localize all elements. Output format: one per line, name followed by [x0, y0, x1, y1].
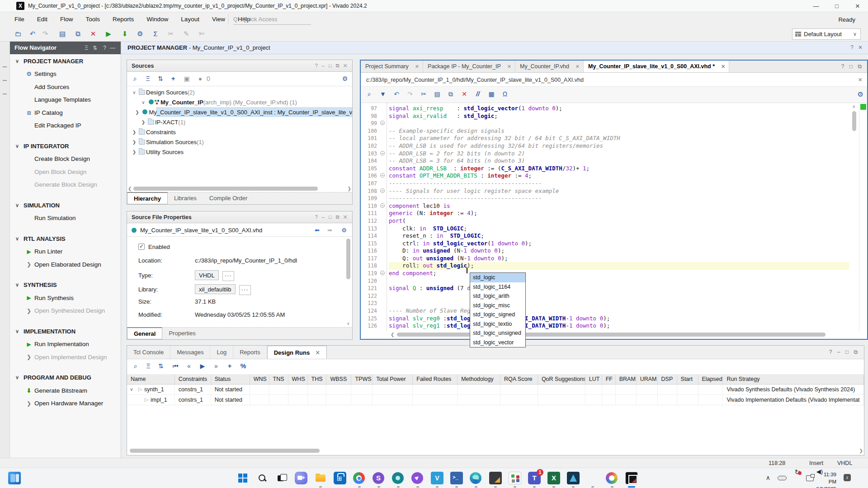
- minimize-button[interactable]: —: [806, 0, 826, 12]
- code-line[interactable]: 109-------------------------------------…: [361, 195, 849, 202]
- cut-icon[interactable]: ✂: [419, 90, 429, 98]
- flownav-item-generate-bitstream[interactable]: ⬇Generate Bitstream: [10, 384, 121, 397]
- scroll-left-icon[interactable]: ❮: [128, 186, 132, 191]
- code-line[interactable]: 103−-- ADDR_LSB = 2 for 32 bits (n downt…: [361, 150, 849, 158]
- taskbar-clock[interactable]: 11:39 PM3/9/2025: [816, 471, 836, 488]
- flownav-item-run-simulation[interactable]: Run Simulation: [10, 212, 121, 225]
- bottom-tab-messages[interactable]: Messages: [170, 346, 210, 359]
- editor-vscrollbar[interactable]: ∧: [851, 104, 858, 330]
- completion-item[interactable]: std_logic_misc: [470, 301, 525, 310]
- code-line[interactable]: 106−constant OPT_MEM_ADDR_BITS : integer…: [361, 172, 849, 180]
- fold-marker-icon[interactable]: −: [380, 271, 385, 275]
- taskbar-block-design-icon[interactable]: [509, 472, 521, 484]
- code-line[interactable]: 115 ctrl: in std_logic_vector(1 downto 0…: [361, 240, 849, 248]
- property-input[interactable]: VHDL: [195, 270, 219, 280]
- redo-icon[interactable]: ↷: [405, 90, 415, 98]
- editor-settings-gear-icon[interactable]: ⚙: [858, 90, 863, 99]
- flownav-item-ip-catalog[interactable]: ⧈IP Catalog: [10, 106, 121, 119]
- flownav-item-open-synthesized-design[interactable]: ❯Open Synthesized Design: [10, 305, 121, 318]
- code-line[interactable]: 113 clk: in STD_LOGIC;: [361, 225, 849, 233]
- percent-icon[interactable]: ✂: [165, 29, 176, 39]
- tree-item[interactable]: ❯Constraints: [127, 127, 352, 137]
- scroll-left-icon[interactable]: ❮: [391, 332, 394, 337]
- bottom-hscrollbar[interactable]: ❯: [128, 448, 863, 454]
- flownav-section-header[interactable]: ∨SIMULATION: [10, 199, 121, 212]
- column-header-wns[interactable]: WNS: [250, 375, 269, 384]
- panel-window-icons[interactable]: ? – □ ⧉ ✕: [315, 63, 349, 69]
- taskbar-chat-icon[interactable]: [295, 472, 307, 484]
- tree-item[interactable]: ∨Design Sources (2): [127, 87, 352, 97]
- help-icon[interactable]: ▣: [182, 75, 191, 82]
- close-tab-icon[interactable]: ✕: [315, 349, 320, 356]
- search-icon[interactable]: ⌕: [131, 362, 141, 370]
- forward-icon[interactable]: »: [211, 362, 221, 370]
- chevron-down-icon[interactable]: ∨: [127, 385, 136, 394]
- code-line[interactable]: 121signal Q : unsigned (7 downto 0);: [361, 285, 849, 292]
- completion-item[interactable]: std_logic_1164: [470, 282, 525, 292]
- menu-reports[interactable]: Reports: [106, 12, 140, 27]
- taskbar-calculator-icon[interactable]: [586, 472, 599, 484]
- tab-compile-order[interactable]: Compile Order: [203, 192, 254, 204]
- code-line[interactable]: 97signal axi_rresp : std_logic_vector(1 …: [361, 105, 849, 113]
- gear-icon[interactable]: ⚙: [340, 75, 349, 82]
- editor-hscrollbar[interactable]: ❮: [391, 332, 848, 338]
- scrollbar-thumb[interactable]: [346, 239, 350, 279]
- document-icon[interactable]: ▤: [57, 29, 68, 39]
- scrollbar-thumb[interactable]: [130, 449, 320, 453]
- column-header-status[interactable]: Status: [211, 375, 250, 384]
- tray-chevron-up-icon[interactable]: ∧: [766, 474, 770, 481]
- flownav-item-add-sources[interactable]: Add Sources: [10, 80, 121, 94]
- play-icon[interactable]: ▶: [198, 362, 208, 370]
- column-header-rqa-score[interactable]: RQA Score: [500, 375, 538, 384]
- expand-icon[interactable]: ⇅: [156, 75, 165, 82]
- help-icon[interactable]: ?: [103, 45, 106, 51]
- expand-icon[interactable]: ⇅: [156, 362, 166, 370]
- code-line[interactable]: 114 reset_n : in STD_LOGIC;: [361, 232, 849, 240]
- chevron-right-icon[interactable]: ❯: [140, 120, 147, 125]
- collapse-all-icon[interactable]: Ξ: [85, 45, 88, 51]
- menu-edit[interactable]: Edit: [31, 12, 54, 27]
- taskbar-teal-app-icon[interactable]: [392, 472, 404, 484]
- help-icon[interactable]: ?: [850, 44, 854, 51]
- taskbar-excel-icon[interactable]: X: [547, 472, 560, 484]
- indent-icon[interactable]: ▦: [486, 90, 496, 98]
- first-icon[interactable]: ⏮: [170, 362, 180, 370]
- generate-bitstream-icon[interactable]: ⬇: [119, 29, 130, 39]
- taskbar-affinity-icon[interactable]: [567, 472, 580, 484]
- scrollbar-thumb[interactable]: [133, 187, 318, 191]
- close-icon[interactable]: ✕: [858, 44, 863, 51]
- fold-marker-icon[interactable]: −: [380, 151, 385, 155]
- delete-icon[interactable]: ✕: [88, 29, 99, 39]
- column-header-name[interactable]: Name: [127, 375, 175, 384]
- code-line[interactable]: 110−component lec10 is: [361, 202, 849, 210]
- taskbar-color-wheel-icon[interactable]: [606, 472, 618, 484]
- close-tab-icon[interactable]: ✕: [721, 64, 725, 69]
- undo-icon[interactable]: ↶: [392, 90, 401, 98]
- expand-all-icon[interactable]: ⇅: [93, 45, 97, 51]
- delete-icon[interactable]: ✕: [459, 90, 469, 98]
- enabled-checkbox-row[interactable]: Enabled: [138, 244, 170, 250]
- taskbar-file-explorer-icon[interactable]: [314, 472, 327, 484]
- column-header-lut[interactable]: LUT: [585, 375, 602, 384]
- edit-icon[interactable]: ✎: [181, 29, 192, 39]
- flownav-section-header[interactable]: ∨IMPLEMENTATION: [10, 325, 121, 338]
- code-line[interactable]: 123: [361, 300, 849, 307]
- completion-item[interactable]: std_logic_vector: [470, 338, 525, 347]
- sources-panel-header[interactable]: Sources? – □ ⧉ ✕: [127, 60, 352, 72]
- quick-access-search[interactable]: Q·Quick Access: [233, 14, 311, 25]
- flownav-section-header[interactable]: ∨IP INTEGRATOR: [10, 140, 121, 153]
- save-icon[interactable]: ▼: [378, 90, 388, 98]
- flownav-section-header[interactable]: ∨PROGRAM AND DEBUG: [10, 371, 121, 385]
- fold-marker-icon[interactable]: −: [380, 203, 385, 208]
- tree-item[interactable]: ❯My_Counter_IP_slave_lite_v1_0_S00_AXI_i…: [127, 107, 352, 117]
- code-line[interactable]: 104-- ADDR_LSB = 3 for 64 bits (n downto…: [361, 157, 849, 165]
- sources-hscrollbar[interactable]: ❮ ❯: [128, 186, 351, 192]
- column-header-failed-routes[interactable]: Failed Routes: [413, 375, 458, 384]
- tab-general[interactable]: General: [127, 327, 162, 339]
- code-line[interactable]: 117 Q: out unsigned (N-1 downto 0);: [361, 255, 849, 263]
- taskbar-start-icon[interactable]: [236, 472, 249, 484]
- code-line[interactable]: 112port(: [361, 217, 849, 225]
- taskbar-vscode-icon[interactable]: V: [431, 472, 443, 484]
- design-run-row[interactable]: ∨▷synth_1constrs_1Not startedVivado Synt…: [127, 385, 864, 395]
- menu-window[interactable]: Window: [140, 12, 175, 27]
